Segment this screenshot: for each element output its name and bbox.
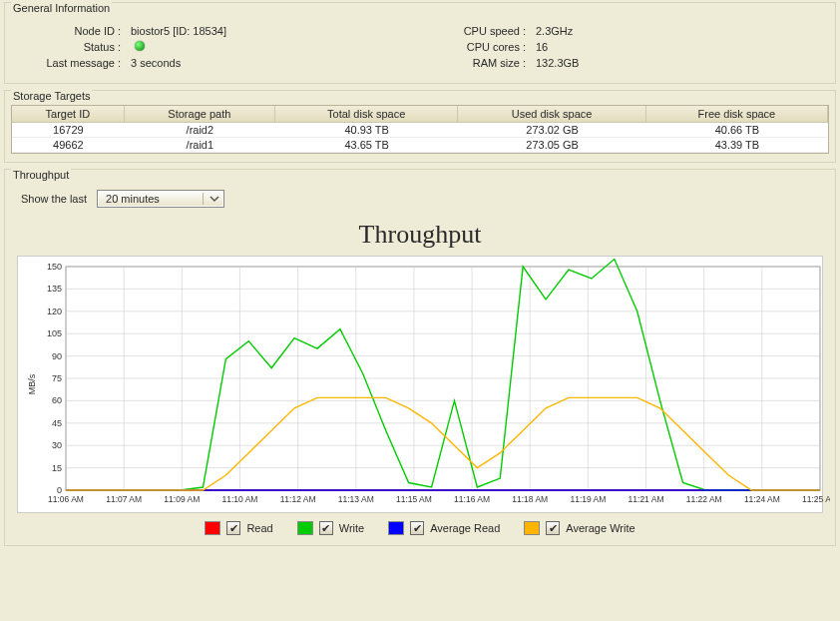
- legend-avg-read-label: Average Read: [430, 522, 500, 534]
- cell-total: 43.65 TB: [275, 138, 458, 153]
- cell-used: 273.02 GB: [458, 123, 646, 138]
- cpu-speed-value: 2.3GHz: [532, 25, 573, 37]
- node-id-value: biostor5 [ID: 18534]: [127, 25, 226, 37]
- table-row[interactable]: 49662/raid143.65 TB273.05 GB43.39 TB: [12, 138, 828, 153]
- cell-used: 273.05 GB: [458, 138, 646, 153]
- svg-text:60: 60: [52, 395, 62, 405]
- cell-free: 40.66 TB: [646, 123, 828, 138]
- svg-text:11:25 AM: 11:25 AM: [802, 494, 830, 504]
- cell-id: 16729: [12, 123, 125, 138]
- general-title: General Information: [11, 2, 112, 14]
- cell-free: 43.39 TB: [646, 138, 828, 153]
- throughput-title: Throughput: [11, 169, 71, 181]
- table-row[interactable]: 16729/raid240.93 TB273.02 GB40.66 TB: [12, 123, 828, 138]
- cell-id: 49662: [12, 138, 125, 153]
- chart-title: Throughput: [5, 220, 835, 250]
- col-total[interactable]: Total disk space: [275, 106, 458, 123]
- col-target-id[interactable]: Target ID: [12, 106, 125, 123]
- svg-text:11:15 AM: 11:15 AM: [396, 494, 432, 504]
- svg-text:11:21 AM: 11:21 AM: [629, 494, 664, 504]
- avg-write-swatch-icon: [524, 521, 540, 535]
- ram-value: 132.3GB: [532, 57, 579, 69]
- svg-text:11:24 AM: 11:24 AM: [744, 494, 780, 504]
- storage-title: Storage Targets: [11, 90, 92, 102]
- svg-text:30: 30: [52, 440, 62, 450]
- last-message-label: Last message :: [15, 57, 127, 69]
- svg-text:11:10 AM: 11:10 AM: [222, 494, 258, 504]
- svg-text:135: 135: [47, 284, 62, 294]
- svg-text:11:13 AM: 11:13 AM: [338, 494, 374, 504]
- storage-targets-panel: Storage Targets Target ID Storage path T…: [4, 90, 836, 163]
- avg-write-checkbox[interactable]: ✔: [546, 521, 560, 535]
- show-last-value: 20 minutes: [106, 193, 160, 205]
- status-label: Status :: [15, 41, 127, 53]
- ram-label: RAM size :: [420, 57, 532, 69]
- legend-write-label: Write: [339, 522, 364, 534]
- chart-svg: 015304560759010512013515011:06 AM11:07 A…: [18, 257, 830, 512]
- cell-path: /raid2: [125, 123, 275, 138]
- read-checkbox[interactable]: ✔: [226, 521, 240, 535]
- legend-read-label: Read: [246, 522, 272, 534]
- svg-text:15: 15: [52, 463, 62, 473]
- svg-text:11:22 AM: 11:22 AM: [686, 494, 722, 504]
- svg-text:75: 75: [52, 373, 62, 383]
- svg-text:11:07 AM: 11:07 AM: [106, 494, 142, 504]
- col-free[interactable]: Free disk space: [646, 106, 828, 123]
- svg-text:11:09 AM: 11:09 AM: [164, 494, 200, 504]
- show-last-label: Show the last: [21, 193, 87, 205]
- svg-text:11:12 AM: 11:12 AM: [280, 494, 316, 504]
- write-checkbox[interactable]: ✔: [319, 521, 333, 535]
- avg-read-checkbox[interactable]: ✔: [410, 521, 424, 535]
- cpu-cores-label: CPU cores :: [420, 41, 532, 53]
- storage-table: Target ID Storage path Total disk space …: [11, 105, 829, 154]
- y-axis-label: MB/s: [27, 374, 37, 395]
- avg-read-swatch-icon: [388, 521, 404, 535]
- status-indicator-icon: [135, 41, 145, 51]
- svg-text:11:19 AM: 11:19 AM: [570, 494, 606, 504]
- svg-text:11:06 AM: 11:06 AM: [48, 494, 84, 504]
- throughput-chart: MB/s 015304560759010512013515011:06 AM11…: [17, 256, 823, 513]
- read-swatch-icon: [205, 521, 220, 535]
- svg-text:150: 150: [47, 262, 62, 272]
- show-last-select[interactable]: 20 minutes: [97, 190, 224, 208]
- general-info-panel: General Information Node ID : biostor5 […: [4, 2, 836, 84]
- node-id-label: Node ID :: [15, 25, 127, 37]
- svg-text:90: 90: [52, 351, 62, 361]
- last-message-value: 3 seconds: [127, 57, 181, 69]
- cpu-cores-value: 16: [532, 41, 548, 53]
- throughput-panel: Throughput Show the last 20 minutes Thro…: [4, 169, 836, 546]
- svg-text:105: 105: [47, 328, 62, 338]
- svg-text:45: 45: [52, 418, 62, 428]
- svg-text:11:16 AM: 11:16 AM: [454, 494, 490, 504]
- svg-text:120: 120: [47, 307, 62, 316]
- cpu-speed-label: CPU speed :: [420, 25, 532, 37]
- chart-legend: ✔ Read ✔ Write ✔ Average Read ✔ Average …: [5, 513, 835, 539]
- col-used[interactable]: Used disk space: [458, 106, 646, 123]
- chevron-down-icon: [203, 193, 219, 205]
- cell-path: /raid1: [125, 138, 275, 153]
- legend-avg-write-label: Average Write: [566, 522, 634, 534]
- col-storage-path[interactable]: Storage path: [125, 106, 275, 123]
- svg-text:11:18 AM: 11:18 AM: [512, 494, 548, 504]
- cell-total: 40.93 TB: [275, 123, 458, 138]
- write-swatch-icon: [297, 521, 313, 535]
